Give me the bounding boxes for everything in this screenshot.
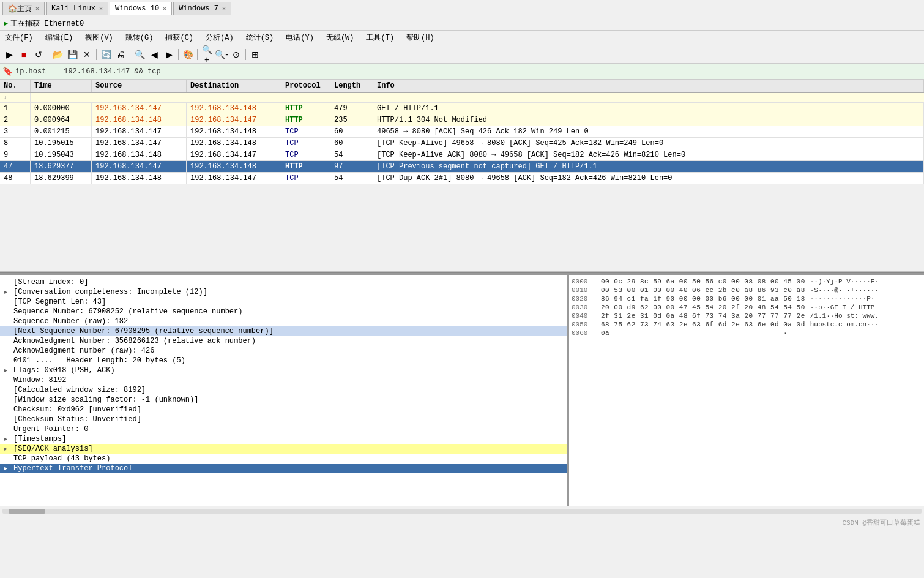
hex-ascii: ·S····@· ·+······ (810, 287, 879, 294)
table-row[interactable]: 8 10.195015 192.168.134.147 192.168.134.… (0, 138, 924, 149)
tab-kali-close[interactable]: ✕ (99, 5, 103, 12)
btn-stop-capture[interactable]: ■ (17, 48, 31, 61)
cell-src: 192.168.134.147 (92, 103, 187, 114)
tab-win10-close[interactable]: ✕ (163, 5, 166, 12)
btn-colorize[interactable]: 🎨 (181, 48, 195, 61)
detail-row[interactable]: Sequence Number (raw): 182 (0, 317, 567, 326)
btn-close-file[interactable]: ✕ (80, 48, 94, 61)
detail-row[interactable]: 0101 .... = Header Length: 20 bytes (5) (0, 356, 567, 366)
btn-open-file[interactable]: 📂 (51, 48, 64, 61)
hex-ascii: /1.1··Ho st: www. (810, 312, 879, 320)
tab-home[interactable]: 🏠 主页 ✕ (2, 2, 45, 15)
table-row[interactable]: 3 0.001215 192.168.134.147 192.168.134.1… (0, 126, 924, 138)
detail-row[interactable]: [Window size scaling factor: -1 (unknown… (0, 395, 567, 405)
table-row[interactable]: 1 0.000000 192.168.134.147 192.168.134.1… (0, 103, 924, 114)
detail-text: [Calculated window size: 8192] (13, 386, 146, 394)
cell-len: 54 (330, 149, 373, 160)
menu-capture[interactable]: 捕获(C) (163, 32, 196, 43)
menu-tools[interactable]: 工具(T) (363, 32, 397, 43)
cell-proto: TCP (281, 138, 330, 149)
btn-next-pkt[interactable]: ▶ (162, 48, 176, 61)
btn-zoom-in[interactable]: 🔍+ (200, 48, 214, 61)
table-row[interactable]: ↓ (0, 93, 924, 103)
menu-view[interactable]: 视图(V) (83, 32, 116, 43)
detail-row[interactable]: ▶ [Conversation completeness: Incomplete… (0, 287, 567, 297)
btn-resize-cols[interactable]: ⊞ (248, 48, 262, 61)
table-row[interactable]: 9 10.195043 192.168.134.148 192.168.134.… (0, 149, 924, 161)
table-row[interactable]: 47 18.629377 192.168.134.147 192.168.134… (0, 161, 924, 173)
btn-zoom-reset[interactable]: ⊙ (229, 48, 243, 61)
header-no[interactable]: No. (0, 80, 31, 92)
detail-row[interactable]: [Calculated window size: 8192] (0, 385, 567, 395)
hex-panel[interactable]: 0000 00 0c 29 8c 59 6a 00 50 56 c0 00 08… (569, 275, 924, 506)
menu-file[interactable]: 文件(F) (2, 32, 35, 43)
cell-no: ↓ (0, 93, 31, 102)
watermark: CSDN @香甜可口草莓蛋糕 (842, 518, 920, 527)
cell-time: 0.001215 (31, 126, 92, 137)
h-scrollbar-thumb[interactable] (9, 509, 45, 514)
detail-row[interactable]: Window: 8192 (0, 375, 567, 385)
btn-reload[interactable]: 🔄 (99, 48, 113, 61)
h-scrollbar-track[interactable] (2, 509, 922, 514)
detail-text: Urgent Pointer: 0 (13, 425, 88, 434)
tab-win7-label: Windows 7 (179, 4, 218, 13)
detail-row[interactable]: ▶ Flags: 0x018 (PSH, ACK) (0, 366, 567, 375)
detail-row[interactable]: [TCP Segment Len: 43] (0, 297, 567, 307)
header-source[interactable]: Source (92, 80, 187, 92)
detail-row[interactable]: [Stream index: 0] (0, 277, 567, 287)
tab-win7[interactable]: Windows 7 ✕ (173, 2, 231, 15)
detail-row[interactable]: Sequence Number: 67908252 (relative sequ… (0, 307, 567, 317)
detail-panel[interactable]: [Stream index: 0] ▶ [Conversation comple… (0, 275, 569, 506)
btn-zoom-out[interactable]: 🔍- (215, 48, 228, 61)
detail-row-highlighted[interactable]: [Next Sequence Number: 67908295 (relativ… (0, 326, 567, 336)
btn-start-capture[interactable]: ▶ (2, 48, 16, 61)
cell-len: 479 (330, 103, 373, 114)
bottom-scrollbar[interactable] (0, 506, 924, 516)
detail-row[interactable]: ▶ [Timestamps] (0, 434, 567, 444)
menu-help[interactable]: 帮助(H) (404, 32, 437, 43)
cell-time: 0.000000 (31, 103, 92, 114)
table-row[interactable]: 48 18.629399 192.168.134.148 192.168.134… (0, 173, 924, 184)
menu-stats[interactable]: 统计(S) (244, 32, 277, 43)
cell-src: 192.168.134.148 (92, 173, 187, 184)
btn-restart-capture[interactable]: ↺ (32, 48, 45, 61)
toolbar: ▶ ■ ↺ 📂 💾 ✕ 🔄 🖨 🔍 ◀ ▶ 🎨 🔍+ 🔍- ⊙ ⊞ (0, 45, 924, 64)
detail-row[interactable]: [Checksum Status: Unverified] (0, 415, 567, 424)
btn-print[interactable]: 🖨 (114, 48, 127, 61)
menu-phone[interactable]: 电话(Y) (283, 32, 316, 43)
header-dest[interactable]: Destination (187, 80, 281, 92)
detail-row[interactable]: TCP payload (43 bytes) (0, 454, 567, 464)
tab-kali[interactable]: Kali Linux ✕ (46, 2, 108, 15)
detail-row-http[interactable]: ▶ Hypertext Transfer Protocol (0, 464, 567, 473)
detail-row[interactable]: Urgent Pointer: 0 (0, 424, 567, 434)
menu-wireless[interactable]: 无线(W) (324, 32, 357, 43)
tab-win7-close[interactable]: ✕ (222, 5, 226, 12)
detail-row-seq-ack[interactable]: ▶ [SEQ/ACK analysis] (0, 444, 567, 454)
menu-goto[interactable]: 跳转(G) (123, 32, 156, 43)
btn-prev-pkt[interactable]: ◀ (147, 48, 161, 61)
detail-row[interactable]: Acknowledgment Number: 3568266123 (relat… (0, 336, 567, 346)
cell-no: 2 (0, 114, 31, 126)
hex-offset: 0020 (572, 295, 596, 302)
status-bar: CSDN @香甜可口草莓蛋糕 (0, 516, 924, 529)
cell-dst: 192.168.134.148 (187, 126, 281, 137)
cell-src: 192.168.134.147 (92, 161, 187, 172)
menu-analyze[interactable]: 分析(A) (203, 32, 236, 43)
hex-bytes: 86 94 c1 fa 1f 90 00 00 00 b6 00 00 01 a… (601, 295, 805, 302)
header-len[interactable]: Length (330, 80, 373, 92)
menu-edit[interactable]: 编辑(E) (43, 32, 76, 43)
detail-row[interactable]: Checksum: 0xd962 [unverified] (0, 405, 567, 415)
detail-row[interactable]: Acknowledgment number (raw): 426 (0, 346, 567, 356)
header-info[interactable]: Info (373, 80, 924, 92)
detail-text: Sequence Number (raw): 182 (13, 317, 128, 326)
filter-input[interactable] (15, 67, 922, 76)
header-time[interactable]: Time (31, 80, 92, 92)
detail-text: Hypertext Transfer Protocol (13, 464, 132, 473)
table-row[interactable]: 2 0.000964 192.168.134.148 192.168.134.1… (0, 114, 924, 126)
btn-save-file[interactable]: 💾 (65, 48, 79, 61)
btn-find-pkt[interactable]: 🔍 (133, 48, 146, 61)
header-proto[interactable]: Protocol (281, 80, 330, 92)
packet-area[interactable]: ↓ 1 0.000000 192.168.134.147 192.168.134… (0, 93, 924, 271)
tab-home-close[interactable]: ✕ (35, 5, 39, 12)
tab-win10[interactable]: Windows 10 ✕ (110, 2, 172, 15)
